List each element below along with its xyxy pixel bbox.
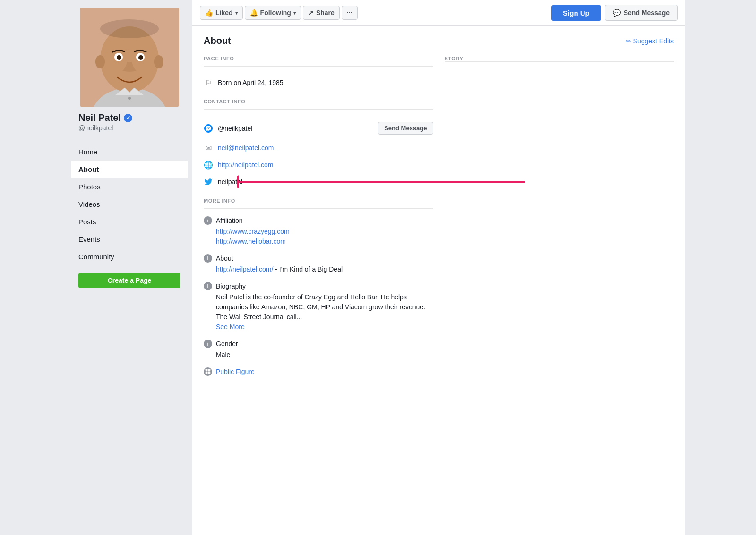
birthday-text: Born on April 24, 1985 [218, 79, 284, 86]
send-message-button-top[interactable]: 💬 Send Message [605, 5, 678, 21]
sidebar-item-events[interactable]: Events [71, 230, 188, 248]
svg-point-5 [95, 55, 105, 68]
sidebar-item-community[interactable]: Community [71, 248, 188, 265]
messenger-icon-top: 💬 [613, 9, 621, 17]
public-figure-link[interactable]: Public Figure [216, 368, 255, 375]
suggest-edits-link[interactable]: ✏ Suggest Edits [626, 37, 674, 45]
biography-content: Neil Patel is the co-founder of Crazy Eg… [216, 292, 433, 332]
sidebar-item-about[interactable]: About [71, 161, 188, 178]
profile-username: @neilkpatel [77, 123, 182, 132]
send-message-label-top: Send Message [624, 9, 670, 17]
liked-label: Liked [215, 9, 233, 17]
contact-info-divider [204, 109, 433, 110]
website-link[interactable]: http://neilpatel.com [218, 161, 274, 169]
more-options-button[interactable]: ··· [342, 6, 358, 20]
more-info-section: i Affiliation http://www.crazyegg.comhtt… [204, 216, 433, 376]
svg-point-9 [117, 55, 121, 60]
action-bar: 👍 Liked ▾ 🔔 Following ▾ ↗ Share ··· [192, 0, 685, 26]
verified-badge: ✓ [124, 114, 132, 122]
action-bar-left: 👍 Liked ▾ 🔔 Following ▾ ↗ Share ··· [200, 6, 551, 20]
story-label: STORY [445, 56, 674, 61]
public-figure-label-row: Public Figure [204, 367, 433, 376]
affiliation-label: Affiliation [216, 217, 243, 224]
main-content: 👍 Liked ▾ 🔔 Following ▾ ↗ Share ··· [192, 0, 685, 535]
affiliation-label-row: i Affiliation [204, 216, 433, 225]
svg-point-10 [138, 55, 143, 60]
pink-arrow-annotation [237, 172, 530, 191]
gender-value: Male [216, 351, 230, 358]
biography-label: Biography [216, 282, 246, 290]
svg-rect-17 [206, 372, 208, 374]
avatar [80, 8, 179, 107]
sidebar-item-videos[interactable]: Videos [71, 195, 188, 213]
messenger-row: @neilkpatel Send Message [204, 117, 433, 139]
sidebar-navigation: Home About Photos Videos Posts Events Co… [71, 143, 188, 265]
gender-label: Gender [216, 340, 238, 348]
share-label: Share [316, 9, 335, 17]
messenger-handle: @neilkpatel [218, 125, 252, 132]
about-columns: PAGE INFO ⚐ Born on April 24, 1985 CONTA… [204, 56, 674, 383]
about-right-column: STORY [445, 56, 674, 383]
svg-point-11 [128, 97, 131, 100]
story-divider [445, 61, 674, 62]
messenger-icon [204, 124, 213, 133]
following-button[interactable]: 🔔 Following ▾ [245, 6, 301, 20]
sidebar-item-home[interactable]: Home [71, 143, 188, 161]
liked-button[interactable]: 👍 Liked ▾ [200, 6, 243, 20]
messenger-info: @neilkpatel [204, 124, 252, 133]
about-content: http://neilpatel.com/ - I'm Kind of a Bi… [216, 264, 433, 274]
biography-item: i Biography Neil Patel is the co-founder… [204, 282, 433, 332]
twitter-row: neilpatel [204, 173, 433, 190]
biography-text: Neil Patel is the co-founder of Crazy Eg… [216, 293, 425, 321]
twitter-icon [204, 177, 213, 187]
page-info-label: PAGE INFO [204, 56, 433, 61]
share-button[interactable]: ↗ Share [303, 6, 340, 20]
affiliation-content: http://www.crazyegg.comhttp://www.hellob… [216, 227, 433, 246]
page-info-divider [204, 66, 433, 67]
about-title: About [204, 35, 231, 46]
affiliation-icon: i [204, 216, 212, 225]
more-label: ··· [347, 9, 352, 17]
about-left-column: PAGE INFO ⚐ Born on April 24, 1985 CONTA… [204, 56, 433, 383]
profile-name: Neil Patel ✓ [77, 112, 182, 123]
sidebar-item-photos[interactable]: Photos [71, 178, 188, 195]
action-bar-right: Sign Up 💬 Send Message [551, 5, 678, 21]
profile-section: Neil Patel ✓ @neilkpatel [71, 8, 188, 139]
liked-dropdown-arrow: ▾ [235, 10, 238, 16]
contact-info-label: CONTACT INFO [204, 99, 433, 104]
gender-item: i Gender Male [204, 340, 433, 360]
globe-icon: 🌐 [204, 160, 213, 170]
about-item: i About http://neilpatel.com/ - I'm Kind… [204, 254, 433, 274]
sidebar: Neil Patel ✓ @neilkpatel Home About Phot… [71, 0, 188, 535]
public-figure-icon [204, 367, 212, 376]
create-page-button[interactable]: Create a Page [78, 273, 180, 288]
pencil-icon: ✏ [626, 37, 631, 45]
more-info-divider [204, 208, 433, 209]
email-link[interactable]: neil@neilpatel.com [218, 144, 274, 152]
biography-icon: i [204, 282, 212, 290]
sign-up-button[interactable]: Sign Up [551, 5, 601, 21]
gender-icon: i [204, 340, 212, 348]
following-dropdown-arrow: ▾ [293, 10, 296, 16]
about-info-icon: i [204, 254, 212, 263]
gender-label-row: i Gender [204, 340, 433, 348]
biography-label-row: i Biography [204, 282, 433, 290]
send-message-small-button[interactable]: Send Message [378, 122, 433, 135]
following-label: Following [260, 9, 291, 17]
birthday-icon: ⚐ [204, 78, 213, 87]
about-link[interactable]: http://neilpatel.com/ [216, 265, 273, 273]
see-more-link[interactable]: See More [216, 323, 245, 331]
sidebar-item-posts[interactable]: Posts [71, 213, 188, 230]
name-text: Neil Patel [78, 112, 121, 123]
email-icon: ✉ [204, 143, 213, 153]
website-row: 🌐 http://neilpatel.com [204, 156, 433, 173]
svg-point-6 [154, 55, 163, 68]
share-icon: ↗ [308, 9, 314, 17]
following-icon: 🔔 [250, 9, 258, 17]
about-description: - I'm Kind of a Big Deal [275, 265, 343, 273]
about-label: About [216, 255, 233, 262]
about-label-row: i About [204, 254, 433, 263]
more-info-label: MORE INFO [204, 198, 433, 204]
birthday-row: ⚐ Born on April 24, 1985 [204, 74, 433, 91]
public-figure-item: Public Figure [204, 367, 433, 376]
